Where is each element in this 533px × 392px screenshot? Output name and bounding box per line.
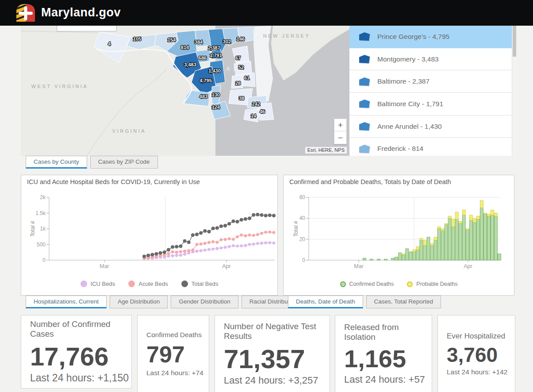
county-list-item[interactable]: Baltimore City - 1,791: [349, 93, 516, 115]
county-case-count-label: 52: [238, 65, 244, 70]
map-canvas[interactable]: MARYLAND: [21, 26, 349, 156]
county-shape-icon: [359, 54, 371, 64]
legend-item: Acute Beds: [128, 281, 168, 287]
legend-item: Confirmed Deaths: [340, 281, 394, 287]
county-shape-icon: [359, 31, 371, 42]
scrollbar-thumb[interactable]: [513, 26, 516, 57]
maryland-flag-logo-icon[interactable]: [15, 3, 37, 23]
county-case-count-label: 124: [212, 104, 220, 110]
tab-deaths-date-of-death[interactable]: Deaths, Date of Death: [288, 296, 363, 308]
state-label: NEW JERSEY: [263, 33, 311, 38]
zoom-out-button[interactable]: −: [334, 131, 347, 144]
county-case-count-label: 46: [260, 109, 265, 114]
state-label: WEST VIRGINIA: [31, 84, 88, 89]
tab-cases-total-reported[interactable]: Cases, Total Reported: [366, 296, 441, 308]
tab-hospitalizations-current[interactable]: Hospitalizations, Current: [26, 296, 107, 308]
svg-text:0: 0: [302, 257, 305, 263]
county-case-count-label: 483: [199, 94, 207, 99]
stat-delta: Last 24 hours: +74: [146, 369, 209, 377]
svg-text:1.5k: 1.5k: [35, 210, 46, 216]
svg-text:Apr: Apr: [464, 263, 472, 269]
stat-label: Number of Confirmed Cases: [30, 319, 131, 339]
svg-text:40: 40: [299, 215, 306, 221]
county-list-item[interactable]: Baltimore - 2,387: [349, 70, 516, 93]
stat-card-confirmed-cases: Number of Confirmed Cases 17,766 Last 24…: [21, 315, 132, 388]
stat-delta: Last 24 hours: +3,257: [224, 375, 330, 386]
svg-text:1k: 1k: [40, 226, 46, 232]
stat-label: Ever Hospitalized: [447, 332, 515, 341]
tab-cases-by-county[interactable]: Cases by County: [26, 156, 87, 169]
county-list-item[interactable]: Anne Arundel - 1,430: [349, 115, 516, 138]
map-attribution: Esri, HERE, NPS: [305, 147, 347, 154]
stat-label: Confirmed Deaths: [146, 331, 209, 339]
county-case-count-label: 1,791: [210, 53, 222, 58]
legend-label: Confirmed Deaths: [349, 281, 394, 287]
bar-chart-legend: Confirmed DeathsProbable Deaths: [284, 281, 514, 287]
stat-card-confirmed-deaths: Confirmed Deaths 797 Last 24 hours: +74: [137, 315, 209, 392]
state-label: VIRGINIA: [112, 128, 146, 134]
county-list-label: Frederick - 814: [377, 145, 423, 153]
county-list-label: Baltimore - 2,387: [377, 77, 429, 85]
legend-label: Total Beds: [192, 281, 219, 287]
county-rows: Prince George's - 4,795Montgomery - 3,48…: [349, 26, 516, 156]
scrollbar[interactable]: [512, 26, 516, 156]
county-list-label: Prince George's - 4,795: [377, 33, 449, 41]
hospital-beds-line-chart: 05001k1.5k2kMarAprTotal #: [21, 175, 278, 296]
legend-label: ICU Beds: [91, 281, 115, 287]
tab-age-distribution[interactable]: Age Distribution: [110, 296, 168, 308]
svg-text:2k: 2k: [40, 194, 46, 200]
svg-text:Apr: Apr: [222, 263, 230, 269]
county-shape-icon: [359, 144, 371, 154]
county-case-count-label: 4: [108, 41, 111, 46]
zoom-in-button[interactable]: +: [334, 119, 347, 131]
legend-dot-icon: [128, 281, 135, 287]
legend-label: Probable Deaths: [416, 281, 457, 287]
county-case-count-label: 384: [195, 39, 203, 45]
legend-dot-icon: [340, 281, 346, 287]
county-case-count-label: 67: [235, 55, 241, 61]
site-header: Maryland.gov: [0, 0, 533, 26]
right-chart-tabbar: Deaths, Date of DeathCases, Total Report…: [283, 296, 441, 308]
map-popup-cutoff: [57, 26, 117, 31]
county-case-count-label: 61: [244, 75, 249, 81]
svg-text:Total #: Total #: [30, 221, 36, 237]
county-shape-icon: [359, 77, 371, 87]
svg-text:60: 60: [299, 194, 306, 200]
county-case-count-label: 1,430: [208, 68, 221, 73]
county-case-count-label: 38: [239, 96, 244, 101]
county-list-item[interactable]: Frederick - 814: [349, 138, 516, 156]
county-case-count-label: 242: [252, 101, 260, 107]
stat-value: 17,766: [30, 343, 131, 370]
county-case-count-label: 154: [168, 37, 176, 42]
county-case-count-label: 28: [235, 81, 241, 86]
county-case-count-label: 130: [212, 92, 220, 97]
legend-item: ICU Beds: [81, 281, 115, 287]
svg-text:Mar: Mar: [354, 263, 364, 269]
county-case-count-label: 686: [199, 55, 207, 61]
svg-text:Total #: Total #: [293, 221, 299, 237]
stat-delta: Last 24 hours: +1,150: [30, 372, 131, 384]
tab-gender-distribution[interactable]: Gender Distribution: [171, 296, 238, 308]
chart-title: Confirmed and Probable Deaths, Totals by…: [289, 178, 451, 185]
deaths-chart-panel: Confirmed and Probable Deaths, Totals by…: [283, 175, 514, 296]
maryland-county-map[interactable]: MARYLAND: [21, 26, 349, 156]
stat-label: Released from Isolation: [344, 323, 432, 342]
county-case-count-label: 2,387: [208, 45, 220, 50]
stat-card-released-isolation: Released from Isolation 1,165 Last 24 ho…: [335, 315, 432, 392]
stat-value: 1,165: [344, 346, 432, 372]
county-case-count-label: 814: [181, 45, 189, 50]
legend-item: Probable Deaths: [407, 281, 457, 287]
county-list-item[interactable]: Montgomery - 3,483: [349, 48, 516, 71]
brand-title[interactable]: Maryland.gov: [41, 6, 121, 19]
stat-value: 3,760: [447, 344, 515, 365]
covid-dashboard: Maryland.gov MARYLAND: [0, 0, 533, 392]
county-shape-icon: [359, 99, 371, 109]
legend-label: Acute Beds: [138, 281, 168, 287]
county-shape-icon: [359, 121, 371, 131]
line-chart-legend: ICU BedsAcute BedsTotal Beds: [21, 281, 277, 287]
stat-value: 71,357: [224, 345, 330, 373]
tab-cases-by-zip-code[interactable]: Cases by ZIP Code: [90, 156, 158, 169]
county-list-item[interactable]: Prince George's - 4,795: [349, 26, 516, 48]
stat-card-ever-hospitalized: Ever Hospitalized 3,760 Last 24 hours: +…: [437, 315, 515, 392]
svg-text:500: 500: [37, 242, 46, 248]
